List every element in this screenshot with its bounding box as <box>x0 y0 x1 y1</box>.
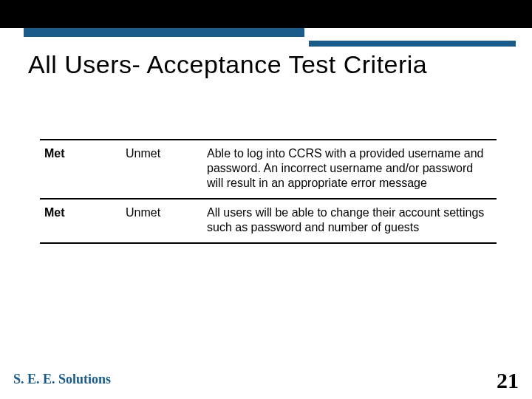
top-black-bar <box>0 0 532 28</box>
cell-unmet: Unmet <box>121 199 202 243</box>
top-blue-bar-left <box>24 28 304 37</box>
cell-desc: Able to log into CCRS with a provided us… <box>202 140 497 199</box>
cell-desc: All users will be able to change their a… <box>202 199 497 243</box>
cell-met: Met <box>40 140 121 199</box>
cell-unmet: Unmet <box>121 140 202 199</box>
cell-met: Met <box>40 199 121 243</box>
top-blue-bar-right <box>309 41 516 47</box>
slide: All Users- Acceptance Test Criteria Met … <box>0 0 532 399</box>
table-row: Met Unmet All users will be able to chan… <box>40 199 497 243</box>
criteria-table: Met Unmet Able to log into CCRS with a p… <box>40 139 497 244</box>
footer-page: 21 <box>497 368 519 393</box>
footer-org: S. E. E. Solutions <box>13 372 111 387</box>
table-row: Met Unmet Able to log into CCRS with a p… <box>40 140 497 199</box>
page-title: All Users- Acceptance Test Criteria <box>28 50 427 79</box>
